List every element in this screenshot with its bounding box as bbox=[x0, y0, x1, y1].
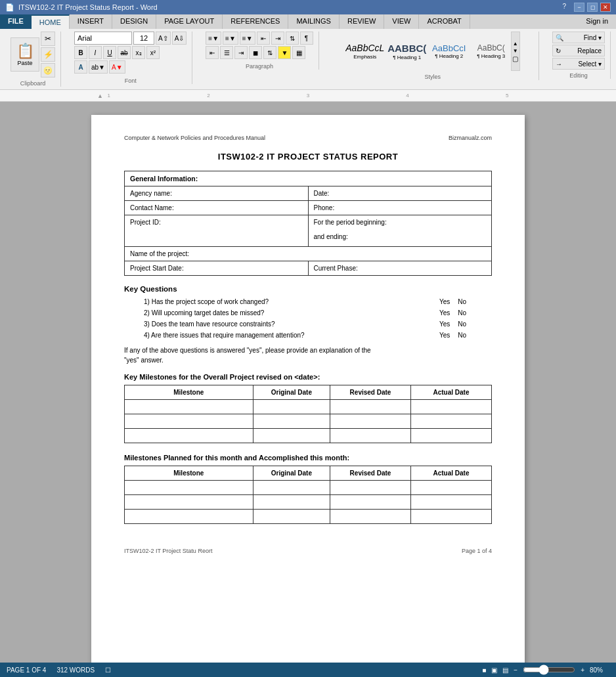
restore-button[interactable]: ◻ bbox=[587, 3, 598, 12]
page-info: PAGE 1 OF 4 bbox=[7, 666, 46, 674]
date-label: Date: bbox=[308, 186, 492, 201]
ruler: ▲ 12345 bbox=[0, 90, 616, 102]
status-bar: PAGE 1 OF 4 312 WORDS ☐ ■ ▣ ▤ − + 80% bbox=[0, 663, 616, 677]
numbering-button[interactable]: ≡▼ bbox=[223, 32, 238, 45]
footer-left: ITSW102-2 IT Project Statu Reort bbox=[124, 548, 212, 554]
shading-button[interactable]: ▼ bbox=[278, 46, 291, 59]
tab-references[interactable]: REFERENCES bbox=[223, 14, 288, 29]
align-left-button[interactable]: ⇤ bbox=[206, 46, 219, 59]
question-1: 1) Has the project scope of work changed… bbox=[124, 298, 492, 305]
paste-button[interactable]: 📋 Paste bbox=[11, 37, 39, 72]
cursor-icon: → bbox=[556, 60, 562, 68]
tab-mailings[interactable]: MAILINGS bbox=[288, 14, 340, 29]
milestones1-row-3 bbox=[125, 429, 492, 443]
zoom-slider[interactable] bbox=[523, 667, 575, 672]
milestones1-col-rev: Revised Date bbox=[330, 385, 411, 400]
search-icon: 🔍 bbox=[556, 34, 563, 41]
header-left: Computer & Network Policies and Procedur… bbox=[124, 135, 265, 141]
milestones1-r1-milestone bbox=[125, 400, 253, 414]
style-heading1[interactable]: AABBC( ¶ Heading 1 bbox=[387, 43, 427, 60]
tab-home[interactable]: HOME bbox=[32, 14, 70, 29]
tab-insert[interactable]: INSERT bbox=[70, 14, 112, 29]
milestones1-table: Milestone Original Date Revised Date Act… bbox=[124, 385, 492, 443]
milestones2-r2-actual bbox=[411, 495, 492, 510]
bullets-button[interactable]: ≡▼ bbox=[206, 32, 221, 45]
superscript-button[interactable]: x² bbox=[146, 46, 160, 59]
styles-container: AaBbCcL Emphasis AABBC( ¶ Heading 1 AaBb… bbox=[345, 32, 520, 71]
zoom-level[interactable]: 80% bbox=[590, 666, 609, 674]
question-3-options: Yes No bbox=[439, 320, 492, 328]
line-spacing-button[interactable]: ⇅ bbox=[263, 46, 276, 59]
highlight-button[interactable]: ab▼ bbox=[89, 60, 108, 74]
tab-acrobat[interactable]: ACROBAT bbox=[419, 14, 470, 29]
proofing-icon[interactable]: ☐ bbox=[105, 666, 111, 674]
help-icon[interactable]: ? bbox=[562, 3, 566, 12]
align-right-button[interactable]: ⇥ bbox=[234, 46, 248, 59]
editing-group: 🔍 Find ▾ ↻ Replace → Select ▾ Editing bbox=[547, 32, 611, 79]
style-heading2[interactable]: AaBbCcI ¶ Heading 2 bbox=[429, 43, 469, 60]
question-1-yes: Yes bbox=[439, 298, 450, 305]
milestones2-r3-orig bbox=[253, 510, 330, 524]
tab-file[interactable]: FILE bbox=[0, 14, 32, 29]
minimize-button[interactable]: − bbox=[574, 3, 584, 12]
strikethrough-button[interactable]: ab bbox=[118, 46, 131, 59]
milestones2-col-rev: Revised Date bbox=[330, 466, 411, 481]
replace-button[interactable]: ↻ Replace bbox=[552, 45, 605, 56]
style-heading1-label: ¶ Heading 1 bbox=[393, 55, 421, 60]
increase-indent-button[interactable]: ⇥ bbox=[271, 32, 284, 45]
font-color-button[interactable]: A▼ bbox=[109, 60, 125, 74]
style-heading2-label: ¶ Heading 2 bbox=[435, 53, 463, 59]
tab-design[interactable]: DESIGN bbox=[112, 14, 156, 29]
tab-view[interactable]: VIEW bbox=[384, 14, 419, 29]
copy-button[interactable]: ⚡ bbox=[41, 47, 55, 62]
subscript-button[interactable]: x₂ bbox=[132, 46, 145, 59]
decrease-indent-button[interactable]: ⇤ bbox=[257, 32, 270, 45]
underline-button[interactable]: U bbox=[103, 46, 116, 59]
align-center-button[interactable]: ☰ bbox=[220, 46, 233, 59]
multilevel-button[interactable]: ≡▼ bbox=[240, 32, 255, 45]
milestones2-row-1 bbox=[125, 481, 492, 495]
style-heading3[interactable]: AaBbC( ¶ Heading 3 bbox=[472, 43, 511, 58]
question-2-text: 2) Will upcoming target dates be missed? bbox=[144, 309, 439, 317]
sign-in-button[interactable]: Sign in bbox=[578, 14, 616, 29]
text-effects-button[interactable]: A bbox=[74, 60, 87, 74]
milestones1-r3-milestone bbox=[125, 429, 253, 443]
period-label: For the period beginning:and ending: bbox=[308, 215, 492, 247]
ribbon-content: 📋 Paste ✂ ⚡ 🌝 Clipboard A⇧ A⇩ bbox=[0, 29, 616, 89]
close-button[interactable]: ✕ bbox=[600, 3, 611, 12]
font-name-input[interactable] bbox=[74, 32, 132, 45]
question-3-yes: Yes bbox=[439, 320, 450, 328]
shrink-font-button[interactable]: A⇩ bbox=[172, 32, 187, 45]
italic-button[interactable]: I bbox=[89, 46, 102, 59]
agency-name-label: Agency name: bbox=[125, 186, 309, 201]
bold-button[interactable]: B bbox=[74, 46, 87, 59]
footer-right: Page 1 of 4 bbox=[462, 548, 492, 554]
milestones2-r1-orig bbox=[253, 481, 330, 495]
grow-font-button[interactable]: A⇧ bbox=[156, 32, 171, 45]
milestones1-r2-milestone bbox=[125, 414, 253, 429]
justify-button[interactable]: ◼ bbox=[249, 46, 262, 59]
title-bar-text: ITSW102-2 IT Project Status Report - Wor… bbox=[18, 3, 158, 11]
question-1-text: 1) Has the project scope of work changed… bbox=[144, 298, 439, 305]
zoom-out-button[interactable]: − bbox=[514, 666, 517, 674]
sort-button[interactable]: ⇅ bbox=[286, 32, 299, 45]
tab-review[interactable]: REVIEW bbox=[340, 14, 384, 29]
borders-button[interactable]: ▦ bbox=[292, 46, 305, 59]
view-web-icon[interactable]: ▣ bbox=[491, 666, 497, 674]
styles-scroll-button[interactable]: ▲ ▼ ▢ bbox=[511, 32, 520, 71]
view-outline-icon[interactable]: ▤ bbox=[502, 666, 508, 674]
style-emphasis-label: Emphasis bbox=[353, 54, 376, 60]
styles-group: AaBbCcL Emphasis AABBC( ¶ Heading 1 AaBb… bbox=[327, 32, 539, 80]
question-3: 3) Does the team have resource constrain… bbox=[124, 320, 492, 328]
show-formatting-button[interactable]: ¶ bbox=[300, 32, 313, 45]
view-print-icon[interactable]: ■ bbox=[482, 666, 486, 674]
zoom-in-button[interactable]: + bbox=[581, 666, 584, 674]
font-size-input[interactable] bbox=[133, 32, 154, 45]
select-button[interactable]: → Select ▾ bbox=[552, 58, 605, 70]
find-button[interactable]: 🔍 Find ▾ bbox=[552, 32, 605, 43]
header-right: Bizmanualz.com bbox=[449, 135, 492, 141]
cut-button[interactable]: ✂ bbox=[41, 32, 55, 46]
format-painter-button[interactable]: 🌝 bbox=[41, 63, 55, 77]
tab-page-layout[interactable]: PAGE LAYOUT bbox=[156, 14, 223, 29]
style-emphasis[interactable]: AaBbCcL Emphasis bbox=[345, 43, 385, 60]
